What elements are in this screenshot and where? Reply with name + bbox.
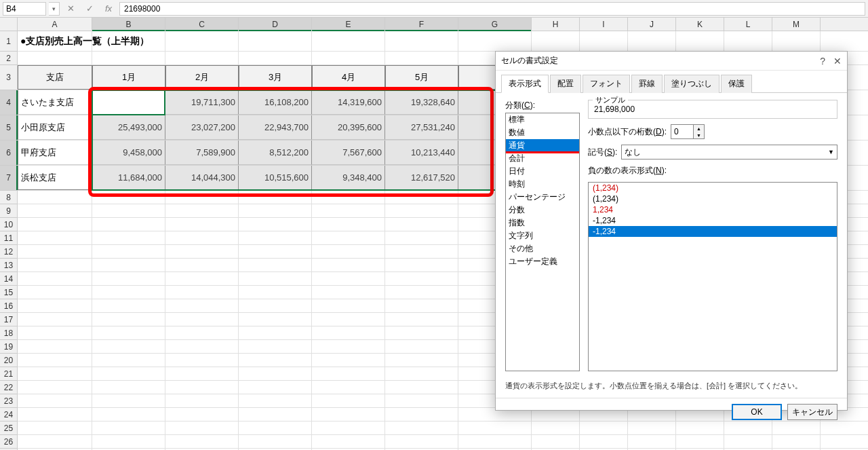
- col-header-M[interactable]: M: [772, 18, 821, 31]
- neg-option[interactable]: (1,234): [589, 193, 837, 204]
- row-header-14[interactable]: 14: [0, 272, 18, 286]
- row-header-26[interactable]: 26: [0, 435, 18, 449]
- col-header-B[interactable]: B: [92, 18, 165, 31]
- formula-input[interactable]: 21698000: [119, 2, 865, 16]
- col-header-H[interactable]: H: [532, 18, 580, 31]
- row-header-3[interactable]: 3: [0, 65, 18, 90]
- row-header-11[interactable]: 11: [0, 231, 18, 245]
- tab-protection[interactable]: 保護: [721, 75, 752, 93]
- row-header-15[interactable]: 15: [0, 286, 18, 299]
- header-m4: 4月: [312, 65, 385, 90]
- tab-number-format[interactable]: 表示形式: [501, 75, 549, 93]
- col-header-A[interactable]: A: [18, 18, 92, 31]
- row-header-19[interactable]: 19: [0, 340, 18, 354]
- row-header-25[interactable]: 25: [0, 421, 18, 435]
- row-header-12[interactable]: 12: [0, 245, 18, 259]
- row-header-7[interactable]: 7: [0, 166, 18, 191]
- col-header-C[interactable]: C: [165, 18, 239, 31]
- category-item-currency[interactable]: 通貨: [506, 139, 579, 152]
- row-header-10[interactable]: 10: [0, 218, 18, 231]
- header-m1: 1月: [92, 65, 165, 90]
- neg-option[interactable]: -1,234: [589, 215, 837, 226]
- tab-alignment[interactable]: 配置: [550, 75, 581, 93]
- data-cell: 19,328,640: [385, 90, 458, 115]
- negatives-list[interactable]: (1,234) (1,234) 1,234 -1,234 -1,234: [588, 182, 837, 371]
- category-item[interactable]: 数値: [506, 126, 579, 139]
- data-cell: 9,458,000: [92, 140, 165, 165]
- col-header-K[interactable]: K: [676, 18, 724, 31]
- help-icon[interactable]: ?: [820, 56, 825, 67]
- name-box[interactable]: B4: [3, 2, 46, 16]
- fx-icon[interactable]: fx: [100, 2, 117, 16]
- data-cell: 27,531,240: [385, 115, 458, 140]
- formula-bar: B4 ▾ ✕ ✓ fx 21698000: [0, 0, 868, 18]
- category-item[interactable]: その他: [506, 242, 579, 255]
- close-icon[interactable]: ✕: [833, 56, 842, 67]
- col-header-F[interactable]: F: [385, 18, 458, 31]
- row-header-18[interactable]: 18: [0, 326, 18, 340]
- symbol-label: 記号(S):: [588, 147, 617, 158]
- decimals-label: 小数点以下の桁数(D):: [588, 126, 667, 138]
- branch-name: 甲府支店: [18, 140, 92, 165]
- cancel-button[interactable]: キャンセル: [787, 404, 837, 420]
- row-header-6[interactable]: 6: [0, 140, 18, 166]
- symbol-combo[interactable]: なし ▼: [621, 145, 837, 160]
- category-item[interactable]: 文字列: [506, 229, 579, 242]
- row-header-21[interactable]: 21: [0, 367, 18, 381]
- category-item[interactable]: 標準: [506, 113, 579, 126]
- confirm-icon[interactable]: ✓: [81, 2, 98, 16]
- column-headers: A B C D E F G H I J K L M: [0, 18, 868, 31]
- sheet-title: ●支店別売上高一覧（上半期）: [18, 31, 92, 51]
- tab-fill[interactable]: 塗りつぶし: [664, 75, 719, 93]
- decimals-spinner[interactable]: 0 ▲▼: [671, 124, 705, 139]
- row-header-9[interactable]: 9: [0, 204, 18, 218]
- header-branch: 支店: [18, 65, 92, 90]
- row-header-16[interactable]: 16: [0, 299, 18, 313]
- chevron-down-icon: ▼: [828, 149, 834, 155]
- dialog-titlebar[interactable]: セルの書式設定 ? ✕: [496, 52, 847, 71]
- row-header-22[interactable]: 22: [0, 381, 18, 394]
- category-item[interactable]: 会計: [506, 152, 579, 165]
- col-header-D[interactable]: D: [239, 18, 312, 31]
- col-header-L[interactable]: L: [724, 18, 772, 31]
- row-header-13[interactable]: 13: [0, 259, 18, 272]
- neg-option-selected[interactable]: -1,234: [589, 226, 837, 237]
- category-list[interactable]: 標準 数値 通貨 会計 日付 時刻 パーセンテージ 分数 指数 文字列 その他 …: [505, 113, 580, 371]
- row-header-24[interactable]: 24: [0, 408, 18, 421]
- data-cell: 23,027,200: [165, 115, 239, 140]
- category-item[interactable]: 日付: [506, 165, 579, 178]
- category-item[interactable]: 時刻: [506, 178, 579, 191]
- category-item[interactable]: パーセンテージ: [506, 191, 579, 204]
- tab-border[interactable]: 罫線: [631, 75, 663, 93]
- col-header-E[interactable]: E: [312, 18, 385, 31]
- select-all-corner[interactable]: [0, 18, 18, 31]
- row-header-8[interactable]: 8: [0, 191, 18, 204]
- tab-font[interactable]: フォント: [583, 75, 630, 93]
- row-header-20[interactable]: 20: [0, 354, 18, 367]
- category-item[interactable]: ユーザー定義: [506, 255, 579, 268]
- data-cell: 9,348,400: [312, 166, 385, 190]
- spin-up-icon[interactable]: ▲: [694, 125, 704, 132]
- row-header-17[interactable]: 17: [0, 313, 18, 326]
- spin-down-icon[interactable]: ▼: [694, 132, 704, 138]
- col-header-G[interactable]: G: [458, 18, 532, 31]
- data-cell: 14,319,600: [312, 90, 385, 115]
- cancel-icon[interactable]: ✕: [62, 2, 79, 16]
- row-header-23[interactable]: 23: [0, 394, 18, 408]
- data-cell: 21,698,000: [92, 90, 165, 115]
- col-header-I[interactable]: I: [580, 18, 628, 31]
- format-cells-dialog: セルの書式設定 ? ✕ 表示形式 配置 フォント 罫線 塗りつぶし 保護 分類(…: [495, 51, 848, 411]
- neg-option[interactable]: (1,234): [589, 183, 837, 193]
- row-header-2[interactable]: 2: [0, 52, 18, 65]
- category-item[interactable]: 指数: [506, 217, 579, 229]
- category-label: 分類(C):: [505, 100, 580, 111]
- name-box-dropdown[interactable]: ▾: [49, 2, 60, 16]
- data-cell: 8,512,200: [239, 140, 312, 165]
- category-item[interactable]: 分数: [506, 204, 579, 217]
- row-header-1[interactable]: 1: [0, 31, 18, 52]
- row-header-4[interactable]: 4: [0, 90, 18, 115]
- ok-button[interactable]: OK: [732, 404, 782, 420]
- col-header-J[interactable]: J: [628, 18, 676, 31]
- neg-option[interactable]: 1,234: [589, 204, 837, 215]
- row-header-5[interactable]: 5: [0, 115, 18, 140]
